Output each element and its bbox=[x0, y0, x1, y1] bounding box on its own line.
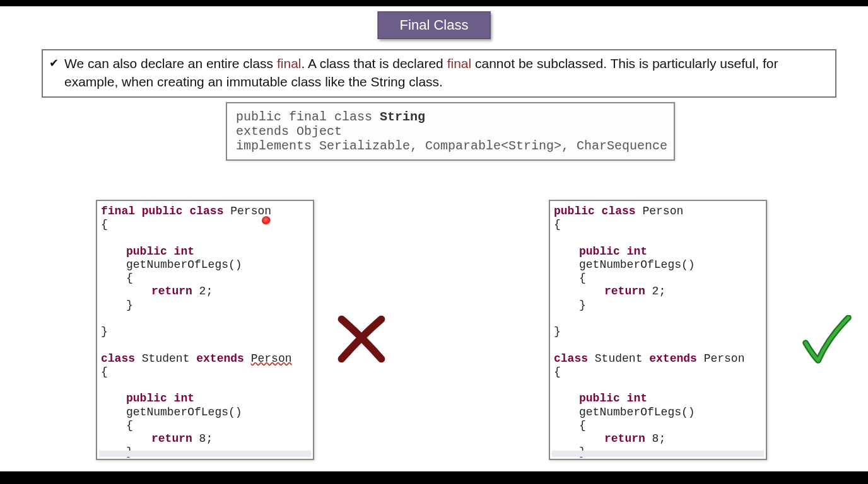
code-token: class bbox=[183, 205, 224, 217]
code-token: public bbox=[126, 392, 167, 405]
code-token: int bbox=[167, 392, 194, 405]
code-line: } bbox=[101, 325, 309, 338]
code-token: extends bbox=[649, 352, 697, 365]
code-token: getNumberOfLegs() bbox=[579, 258, 695, 271]
code-token: 8; bbox=[645, 432, 666, 445]
letterbox-top bbox=[0, 0, 868, 6]
string-line2: extends Object bbox=[236, 124, 342, 139]
code-token: class bbox=[595, 205, 636, 217]
code-token: return bbox=[604, 432, 645, 445]
code-line: } bbox=[554, 325, 762, 338]
panel-footer-stripe bbox=[552, 451, 764, 457]
code-line: { bbox=[101, 419, 309, 432]
code-line: { bbox=[554, 366, 762, 379]
desc-text-2: . A class that is declared bbox=[302, 56, 447, 71]
code-token: class bbox=[554, 352, 588, 365]
code-line: } bbox=[101, 299, 309, 312]
string-line1a: public final class bbox=[236, 110, 380, 124]
code-token: Person bbox=[636, 205, 684, 217]
panel-footer-stripe bbox=[99, 451, 311, 457]
code-token: 2; bbox=[192, 285, 213, 297]
code-line: { bbox=[554, 419, 762, 432]
code-token: public bbox=[579, 245, 620, 258]
code-token bbox=[244, 352, 251, 365]
code-token: class bbox=[101, 352, 135, 365]
code-line: { bbox=[554, 218, 762, 231]
code-token: 8; bbox=[192, 432, 213, 445]
code-token: public bbox=[554, 205, 595, 217]
cross-mark-icon bbox=[333, 311, 390, 367]
desc-keyword-2: final bbox=[447, 56, 472, 71]
code-token: Person bbox=[223, 205, 271, 217]
check-mark-icon bbox=[797, 315, 854, 366]
code-token: extends bbox=[196, 352, 244, 365]
code-token: return bbox=[151, 285, 192, 297]
code-line: { bbox=[554, 272, 762, 285]
code-line: { bbox=[101, 272, 309, 285]
code-panel-correct: public class Person { public int getNumb… bbox=[549, 200, 767, 460]
desc-keyword-1: final bbox=[277, 56, 302, 71]
code-token: getNumberOfLegs() bbox=[126, 258, 242, 271]
code-token: int bbox=[167, 245, 194, 258]
code-token-error: Person bbox=[251, 352, 292, 365]
code-token: public bbox=[126, 245, 167, 258]
desc-text-1: We can also declare an entire class bbox=[64, 56, 277, 71]
string-class-declaration: public final class String extends Object… bbox=[226, 102, 675, 161]
code-token: int bbox=[620, 245, 647, 258]
code-panel-incorrect: final public class Person { public int g… bbox=[96, 200, 314, 460]
code-token: getNumberOfLegs() bbox=[126, 406, 242, 418]
slide-title: Final Class bbox=[378, 11, 491, 39]
laser-pointer-icon bbox=[262, 216, 271, 225]
code-token: int bbox=[620, 392, 647, 405]
code-token: public bbox=[579, 392, 620, 405]
code-line: { bbox=[101, 218, 309, 231]
string-line1b: String bbox=[380, 110, 425, 124]
code-token: Student bbox=[135, 352, 196, 365]
description-box: ✔ We can also declare an entire class fi… bbox=[42, 49, 836, 98]
code-token: return bbox=[151, 432, 192, 445]
code-token: Student bbox=[588, 352, 649, 365]
code-token: getNumberOfLegs() bbox=[579, 406, 695, 418]
code-token: Person bbox=[697, 352, 745, 365]
bullet-check-icon: ✔ bbox=[49, 55, 59, 71]
letterbox-bottom bbox=[0, 471, 868, 484]
string-line3: implements Serializable, Comparable<Stri… bbox=[236, 139, 667, 153]
code-token: 2; bbox=[645, 285, 666, 297]
code-token: return bbox=[604, 285, 645, 297]
code-token: final bbox=[101, 205, 135, 217]
slide-stage: Final Class ✔ We can also declare an ent… bbox=[0, 6, 868, 471]
code-line: { bbox=[101, 366, 309, 379]
code-token: public bbox=[135, 205, 183, 217]
code-line: } bbox=[554, 299, 762, 312]
